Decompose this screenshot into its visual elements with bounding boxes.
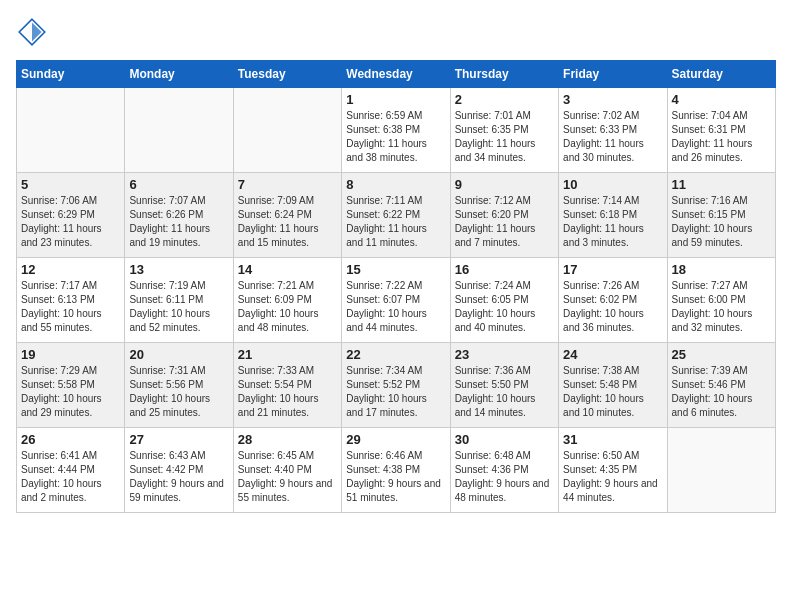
day-number: 11 bbox=[672, 177, 771, 192]
calendar-cell: 30Sunrise: 6:48 AM Sunset: 4:36 PM Dayli… bbox=[450, 428, 558, 513]
day-number: 30 bbox=[455, 432, 554, 447]
day-info: Sunrise: 7:26 AM Sunset: 6:02 PM Dayligh… bbox=[563, 279, 662, 335]
day-info: Sunrise: 7:36 AM Sunset: 5:50 PM Dayligh… bbox=[455, 364, 554, 420]
day-number: 8 bbox=[346, 177, 445, 192]
day-info: Sunrise: 7:29 AM Sunset: 5:58 PM Dayligh… bbox=[21, 364, 120, 420]
day-number: 4 bbox=[672, 92, 771, 107]
day-number: 21 bbox=[238, 347, 337, 362]
calendar-cell: 31Sunrise: 6:50 AM Sunset: 4:35 PM Dayli… bbox=[559, 428, 667, 513]
day-number: 29 bbox=[346, 432, 445, 447]
calendar-cell bbox=[17, 88, 125, 173]
day-number: 18 bbox=[672, 262, 771, 277]
calendar-cell: 24Sunrise: 7:38 AM Sunset: 5:48 PM Dayli… bbox=[559, 343, 667, 428]
calendar-cell: 29Sunrise: 6:46 AM Sunset: 4:38 PM Dayli… bbox=[342, 428, 450, 513]
calendar-cell: 3Sunrise: 7:02 AM Sunset: 6:33 PM Daylig… bbox=[559, 88, 667, 173]
day-number: 2 bbox=[455, 92, 554, 107]
day-number: 23 bbox=[455, 347, 554, 362]
day-number: 24 bbox=[563, 347, 662, 362]
calendar-cell: 19Sunrise: 7:29 AM Sunset: 5:58 PM Dayli… bbox=[17, 343, 125, 428]
day-info: Sunrise: 7:24 AM Sunset: 6:05 PM Dayligh… bbox=[455, 279, 554, 335]
day-info: Sunrise: 7:33 AM Sunset: 5:54 PM Dayligh… bbox=[238, 364, 337, 420]
calendar-cell: 9Sunrise: 7:12 AM Sunset: 6:20 PM Daylig… bbox=[450, 173, 558, 258]
calendar-cell: 28Sunrise: 6:45 AM Sunset: 4:40 PM Dayli… bbox=[233, 428, 341, 513]
weekday-header-thursday: Thursday bbox=[450, 61, 558, 88]
calendar-cell: 16Sunrise: 7:24 AM Sunset: 6:05 PM Dayli… bbox=[450, 258, 558, 343]
day-info: Sunrise: 6:50 AM Sunset: 4:35 PM Dayligh… bbox=[563, 449, 662, 505]
calendar-cell: 23Sunrise: 7:36 AM Sunset: 5:50 PM Dayli… bbox=[450, 343, 558, 428]
day-info: Sunrise: 7:14 AM Sunset: 6:18 PM Dayligh… bbox=[563, 194, 662, 250]
day-info: Sunrise: 6:45 AM Sunset: 4:40 PM Dayligh… bbox=[238, 449, 337, 505]
calendar-cell bbox=[125, 88, 233, 173]
calendar-cell: 20Sunrise: 7:31 AM Sunset: 5:56 PM Dayli… bbox=[125, 343, 233, 428]
weekday-header-saturday: Saturday bbox=[667, 61, 775, 88]
logo-icon bbox=[16, 16, 48, 48]
day-info: Sunrise: 6:59 AM Sunset: 6:38 PM Dayligh… bbox=[346, 109, 445, 165]
calendar-cell: 8Sunrise: 7:11 AM Sunset: 6:22 PM Daylig… bbox=[342, 173, 450, 258]
day-info: Sunrise: 7:39 AM Sunset: 5:46 PM Dayligh… bbox=[672, 364, 771, 420]
day-number: 20 bbox=[129, 347, 228, 362]
calendar-cell: 26Sunrise: 6:41 AM Sunset: 4:44 PM Dayli… bbox=[17, 428, 125, 513]
day-info: Sunrise: 7:17 AM Sunset: 6:13 PM Dayligh… bbox=[21, 279, 120, 335]
day-info: Sunrise: 7:31 AM Sunset: 5:56 PM Dayligh… bbox=[129, 364, 228, 420]
calendar-cell: 15Sunrise: 7:22 AM Sunset: 6:07 PM Dayli… bbox=[342, 258, 450, 343]
weekday-header-wednesday: Wednesday bbox=[342, 61, 450, 88]
calendar-cell: 13Sunrise: 7:19 AM Sunset: 6:11 PM Dayli… bbox=[125, 258, 233, 343]
day-number: 14 bbox=[238, 262, 337, 277]
weekday-header-friday: Friday bbox=[559, 61, 667, 88]
day-number: 5 bbox=[21, 177, 120, 192]
day-info: Sunrise: 7:34 AM Sunset: 5:52 PM Dayligh… bbox=[346, 364, 445, 420]
day-number: 28 bbox=[238, 432, 337, 447]
day-info: Sunrise: 6:43 AM Sunset: 4:42 PM Dayligh… bbox=[129, 449, 228, 505]
day-info: Sunrise: 6:41 AM Sunset: 4:44 PM Dayligh… bbox=[21, 449, 120, 505]
calendar-cell: 2Sunrise: 7:01 AM Sunset: 6:35 PM Daylig… bbox=[450, 88, 558, 173]
day-info: Sunrise: 7:07 AM Sunset: 6:26 PM Dayligh… bbox=[129, 194, 228, 250]
day-number: 7 bbox=[238, 177, 337, 192]
day-info: Sunrise: 7:12 AM Sunset: 6:20 PM Dayligh… bbox=[455, 194, 554, 250]
day-number: 16 bbox=[455, 262, 554, 277]
weekday-header-sunday: Sunday bbox=[17, 61, 125, 88]
calendar-cell: 27Sunrise: 6:43 AM Sunset: 4:42 PM Dayli… bbox=[125, 428, 233, 513]
day-number: 6 bbox=[129, 177, 228, 192]
day-number: 1 bbox=[346, 92, 445, 107]
day-number: 3 bbox=[563, 92, 662, 107]
day-info: Sunrise: 6:46 AM Sunset: 4:38 PM Dayligh… bbox=[346, 449, 445, 505]
day-info: Sunrise: 7:02 AM Sunset: 6:33 PM Dayligh… bbox=[563, 109, 662, 165]
day-info: Sunrise: 7:09 AM Sunset: 6:24 PM Dayligh… bbox=[238, 194, 337, 250]
calendar-cell bbox=[233, 88, 341, 173]
day-info: Sunrise: 7:22 AM Sunset: 6:07 PM Dayligh… bbox=[346, 279, 445, 335]
calendar-cell: 12Sunrise: 7:17 AM Sunset: 6:13 PM Dayli… bbox=[17, 258, 125, 343]
calendar-cell: 21Sunrise: 7:33 AM Sunset: 5:54 PM Dayli… bbox=[233, 343, 341, 428]
day-info: Sunrise: 7:11 AM Sunset: 6:22 PM Dayligh… bbox=[346, 194, 445, 250]
day-info: Sunrise: 6:48 AM Sunset: 4:36 PM Dayligh… bbox=[455, 449, 554, 505]
day-info: Sunrise: 7:06 AM Sunset: 6:29 PM Dayligh… bbox=[21, 194, 120, 250]
calendar-cell: 17Sunrise: 7:26 AM Sunset: 6:02 PM Dayli… bbox=[559, 258, 667, 343]
day-info: Sunrise: 7:27 AM Sunset: 6:00 PM Dayligh… bbox=[672, 279, 771, 335]
day-number: 15 bbox=[346, 262, 445, 277]
day-number: 17 bbox=[563, 262, 662, 277]
day-info: Sunrise: 7:21 AM Sunset: 6:09 PM Dayligh… bbox=[238, 279, 337, 335]
day-info: Sunrise: 7:01 AM Sunset: 6:35 PM Dayligh… bbox=[455, 109, 554, 165]
logo bbox=[16, 16, 52, 48]
day-number: 12 bbox=[21, 262, 120, 277]
day-info: Sunrise: 7:38 AM Sunset: 5:48 PM Dayligh… bbox=[563, 364, 662, 420]
calendar-cell bbox=[667, 428, 775, 513]
day-number: 10 bbox=[563, 177, 662, 192]
day-info: Sunrise: 7:19 AM Sunset: 6:11 PM Dayligh… bbox=[129, 279, 228, 335]
day-number: 19 bbox=[21, 347, 120, 362]
day-number: 26 bbox=[21, 432, 120, 447]
calendar-header: SundayMondayTuesdayWednesdayThursdayFrid… bbox=[17, 61, 776, 88]
calendar-table: SundayMondayTuesdayWednesdayThursdayFrid… bbox=[16, 60, 776, 513]
calendar-cell: 6Sunrise: 7:07 AM Sunset: 6:26 PM Daylig… bbox=[125, 173, 233, 258]
calendar-cell: 1Sunrise: 6:59 AM Sunset: 6:38 PM Daylig… bbox=[342, 88, 450, 173]
calendar-cell: 4Sunrise: 7:04 AM Sunset: 6:31 PM Daylig… bbox=[667, 88, 775, 173]
day-number: 9 bbox=[455, 177, 554, 192]
svg-marker-1 bbox=[32, 22, 42, 41]
day-number: 22 bbox=[346, 347, 445, 362]
calendar-cell: 18Sunrise: 7:27 AM Sunset: 6:00 PM Dayli… bbox=[667, 258, 775, 343]
day-number: 13 bbox=[129, 262, 228, 277]
calendar-cell: 25Sunrise: 7:39 AM Sunset: 5:46 PM Dayli… bbox=[667, 343, 775, 428]
calendar-cell: 5Sunrise: 7:06 AM Sunset: 6:29 PM Daylig… bbox=[17, 173, 125, 258]
day-info: Sunrise: 7:04 AM Sunset: 6:31 PM Dayligh… bbox=[672, 109, 771, 165]
calendar-cell: 11Sunrise: 7:16 AM Sunset: 6:15 PM Dayli… bbox=[667, 173, 775, 258]
calendar-cell: 10Sunrise: 7:14 AM Sunset: 6:18 PM Dayli… bbox=[559, 173, 667, 258]
